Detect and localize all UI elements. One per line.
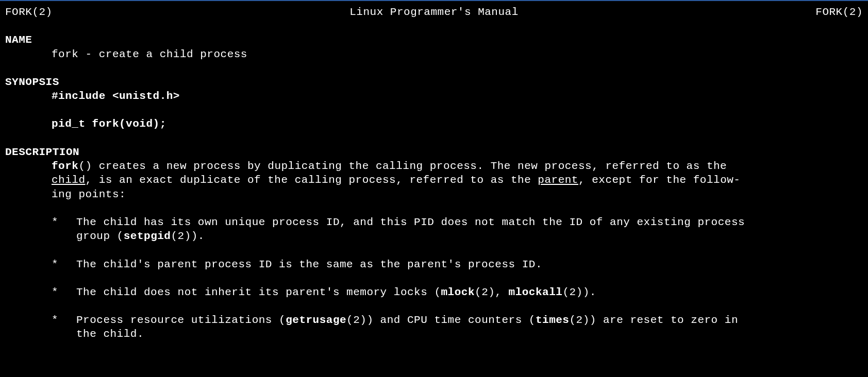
section-synopsis-heading: SYNOPSIS: [5, 75, 863, 89]
manpage-header: FORK(2) Linux Programmer's Manual FORK(2…: [5, 5, 863, 19]
desc-line2-end: , except for the follow-: [578, 174, 740, 186]
description-intro: fork() creates a new process by duplicat…: [52, 159, 863, 201]
bullet-marker: *: [52, 258, 76, 271]
bullet3-mid: (2),: [475, 286, 509, 298]
header-right: FORK(2): [815, 5, 863, 19]
header-center: Linux Programmer's Manual: [349, 5, 519, 19]
bullet3-post: (2)).: [562, 286, 596, 298]
bullet-content: The child does not inherit its parent's …: [76, 285, 863, 299]
bullet2-line1: The child's parent process ID is the sam…: [76, 259, 542, 270]
fork-bold: fork: [52, 160, 78, 172]
bullet4-mid: (2)) and CPU time counters (: [346, 314, 536, 326]
bullet-item: * The child does not inherit its parent'…: [52, 285, 863, 299]
bullet-item: * The child has its own unique process I…: [52, 215, 863, 244]
bullet1-line2-post: (2)).: [171, 230, 205, 242]
desc-line1: () creates a new process by duplicating …: [78, 160, 727, 172]
bullet-content: The child's parent process ID is the sam…: [76, 258, 863, 271]
name-content: fork - create a child process: [52, 47, 863, 61]
desc-line3: ing points:: [52, 188, 126, 200]
bullet-marker: *: [52, 285, 76, 299]
bullet4-bold1: getrusage: [286, 314, 346, 326]
bullet1-line2-pre: group (: [76, 230, 124, 242]
bullet-marker: *: [52, 215, 76, 244]
parent-underline: parent: [538, 174, 578, 186]
bullet-item: * The child's parent process ID is the s…: [52, 258, 863, 271]
bullet3-bold2: mlockall: [509, 286, 563, 298]
bullet-item: * Process resource utilizations (getrusa…: [52, 313, 863, 341]
synopsis-signature: pid_t fork(void);: [52, 117, 863, 131]
bullet1-line1: The child has its own unique process ID,…: [76, 216, 745, 228]
bullet4-pre: Process resource utilizations (: [76, 314, 286, 326]
section-description-heading: DESCRIPTION: [5, 145, 863, 159]
bullet4-post: (2)) are reset to zero in: [569, 314, 738, 326]
bullet-content: Process resource utilizations (getrusage…: [76, 313, 863, 341]
bullet1-bold1: setpgid: [124, 230, 171, 242]
bullet3-bold1: mlock: [441, 286, 475, 298]
child-underline: child: [52, 174, 86, 186]
bullet4-bold2: times: [536, 314, 570, 326]
bullet-marker: *: [52, 313, 76, 341]
section-name-heading: NAME: [5, 33, 863, 47]
bullet3-pre: The child does not inherit its parent's …: [76, 286, 441, 298]
bullet-content: The child has its own unique process ID,…: [76, 215, 863, 244]
desc-line2-mid: , is an exact duplicate of the calling p…: [86, 174, 538, 186]
bullet4-line2: the child.: [76, 328, 144, 340]
header-left: FORK(2): [5, 5, 53, 19]
synopsis-include: #include <unistd.h>: [52, 89, 863, 103]
